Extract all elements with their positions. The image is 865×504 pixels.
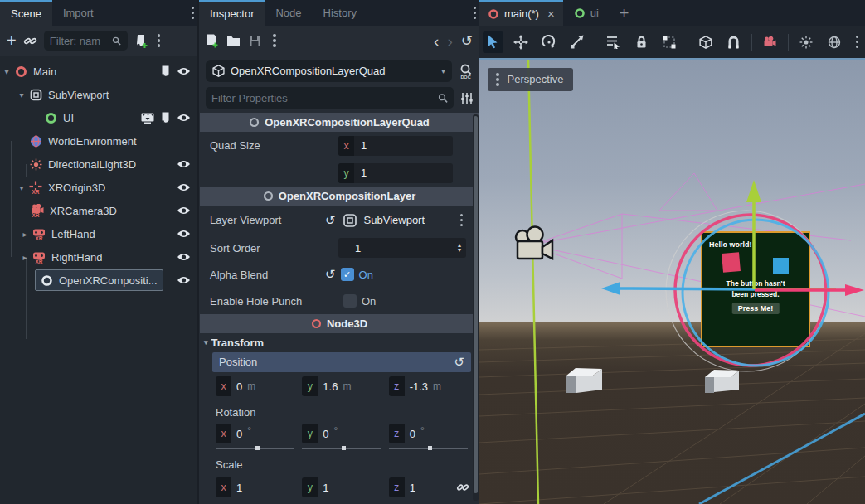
scale-x-field[interactable]: x 1 [216,477,294,497]
sort-order-field[interactable]: 1 ▴▾ [338,238,466,258]
scene-toolbar-menu-icon[interactable] [154,32,164,49]
tree-row-worldenvironment[interactable]: WorldEnvironment [0,129,197,153]
layer-viewport-assign[interactable]: SubViewport [341,211,452,230]
revert-icon[interactable]: ↺ [454,355,464,370]
inspector-dock-menu-icon[interactable] [470,5,480,22]
history-forward-icon[interactable]: › [447,33,452,49]
rotation-z-field[interactable]: z 0 ° [389,424,468,443]
tab-import[interactable]: Import [52,0,104,26]
visibility-eye-icon[interactable] [177,66,191,76]
inspector-dock: Inspector Node History ‹ › ↺ OpenXRCompo… [199,0,479,504]
select-list-button[interactable] [603,32,624,53]
visibility-eye-icon[interactable] [177,229,191,239]
viewport-3d-scene[interactable]: Hello world! The button hasn't been pres… [479,58,865,504]
visibility-eye-icon[interactable] [177,182,191,192]
tree-row-lefthand[interactable]: ▸ XR LeftHand [0,222,197,245]
right-controller-box[interactable] [705,370,739,393]
quad-press-me-button[interactable]: Press Me! [732,303,780,314]
perspective-menu-button[interactable]: Perspective [488,68,573,91]
move-tool-button[interactable] [511,32,532,53]
quad-size-y-field[interactable]: y 1 [338,163,453,183]
camera-preview-button[interactable] [760,32,780,53]
tree-row-ui[interactable]: UI [0,106,197,129]
tab-history[interactable]: History [313,0,367,26]
select-tool-button[interactable] [483,32,503,53]
property-tools-icon[interactable] [460,92,473,104]
tab-node[interactable]: Node [265,0,312,26]
visibility-eye-icon[interactable] [177,113,191,123]
inspector-scrollbar[interactable] [473,114,479,501]
script-icon[interactable] [160,112,171,124]
revert-icon[interactable]: ↺ [325,267,336,282]
new-scene-tab-icon[interactable]: + [610,5,639,22]
rotation-z-slider[interactable] [389,446,468,450]
position-property-header[interactable]: Position ↺ [212,352,471,372]
visibility-eye-icon[interactable] [177,206,191,216]
resource-menu-icon[interactable] [270,32,279,49]
revert-icon[interactable]: ↺ [325,213,336,228]
group-button[interactable] [659,32,680,53]
scale-link-icon[interactable] [456,481,469,494]
rotation-x-slider[interactable] [216,446,294,450]
scene-tab-main[interactable]: main(*) × [479,0,563,26]
preview-environment-button[interactable] [824,32,845,53]
tree-row-main[interactable]: ▾ Main [0,60,197,83]
tree-row-directionallight3d[interactable]: DirectionalLight3D [0,153,197,176]
preview-sunlight-button[interactable] [796,32,817,53]
hole-punch-checkbox[interactable] [343,294,357,308]
expand-icon[interactable]: ▸ [18,253,32,262]
view-menu-icon[interactable] [853,34,863,51]
selected-tree-item[interactable]: OpenXRCompositi... [35,269,163,291]
collapse-icon[interactable]: ▾ [15,90,28,99]
alpha-blend-checkbox[interactable]: ✓ [341,268,354,281]
position-x-field[interactable]: x 0 m [216,376,294,396]
rotation-y-field[interactable]: y 0 ° [302,424,381,443]
left-controller-box[interactable] [566,368,602,393]
tree-row-righthand[interactable]: ▸ XR RightHand [0,245,197,269]
local-space-button[interactable] [696,32,717,53]
rotation-x-field[interactable]: x 0 ° [216,424,294,443]
expand-icon[interactable]: ▸ [18,230,32,239]
collapse-icon[interactable]: ▾ [15,183,28,192]
lock-button[interactable] [631,32,652,53]
save-resource-icon[interactable] [249,35,261,47]
tree-row-xrcamera3d[interactable]: XR XRCamera3D [0,199,197,222]
scene-tab-ui[interactable]: ui [563,0,610,26]
composition-layer-quad[interactable]: Hello world! The button hasn't been pres… [701,231,810,347]
attach-script-icon[interactable] [134,34,148,48]
node-type-chooser[interactable]: OpenXRCompositionLayerQuad ▾ [206,60,452,82]
spinner-arrows-icon[interactable]: ▴▾ [458,243,463,253]
transform-section-header[interactable]: ▾ Transform [199,333,479,351]
add-node-icon[interactable]: + [7,32,17,49]
instance-scene-link-icon[interactable] [23,34,37,48]
tree-row-xrorigin3d[interactable]: ▾ XR XROrigin3D [0,176,197,199]
position-z-field[interactable]: z -1.3 m [389,376,468,396]
history-back-icon[interactable]: ‹ [434,33,439,49]
load-resource-folder-icon[interactable] [226,35,241,46]
tab-scene[interactable]: Scene [0,0,52,26]
collapse-icon[interactable]: ▾ [0,67,13,76]
tree-row-openxrcomposition[interactable]: OpenXRCompositi... [0,269,197,292]
new-resource-icon[interactable] [206,34,218,48]
scale-tool-button[interactable] [566,32,587,53]
visibility-eye-icon[interactable] [177,275,191,285]
scale-y-field[interactable]: y 1 [302,477,381,497]
close-tab-icon[interactable]: × [547,7,555,20]
visibility-eye-icon[interactable] [177,252,191,262]
instanced-scene-icon[interactable] [141,113,154,124]
visibility-eye-icon[interactable] [177,159,191,169]
resource-options-icon[interactable] [457,212,467,229]
position-y-field[interactable]: y 1.6 m [302,376,381,396]
quad-size-x-field[interactable]: x 1 [338,136,453,156]
rotation-y-slider[interactable] [302,446,381,450]
open-docs-icon[interactable]: DOC [459,64,473,79]
scene-filter-input[interactable] [50,35,113,47]
script-icon[interactable] [160,65,171,78]
snap-magnet-button[interactable] [723,32,744,53]
scene-dock-menu-icon[interactable] [188,5,198,22]
filter-properties-input[interactable] [211,92,438,104]
tab-inspector[interactable]: Inspector [199,0,265,26]
edit-history-icon[interactable]: ↺ [461,34,473,48]
rotate-tool-button[interactable] [539,32,560,53]
tree-row-subviewport[interactable]: ▾ SubViewport [0,83,197,106]
